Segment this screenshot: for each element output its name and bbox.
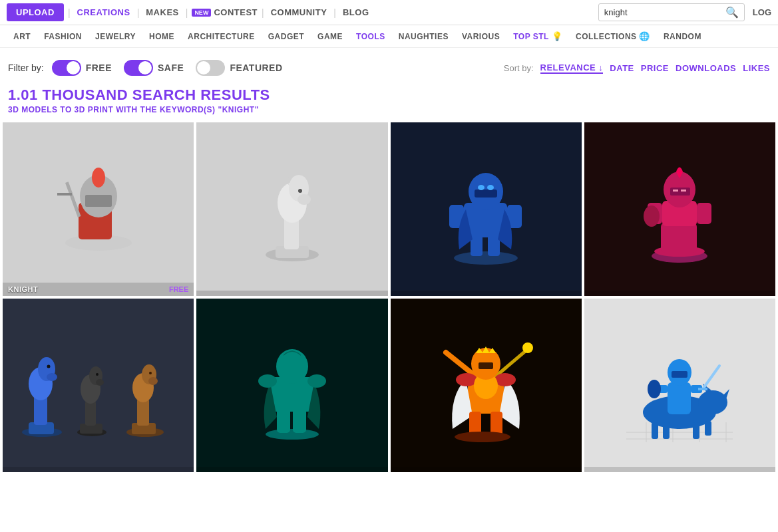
item-8-label <box>584 467 775 472</box>
item-1-name: KNIGHT <box>8 285 38 293</box>
svg-point-61 <box>258 374 277 388</box>
new-badge: NEW <box>192 9 211 17</box>
search-icon[interactable]: 🔍 <box>725 6 739 19</box>
svg-rect-85 <box>693 422 699 439</box>
svg-point-12 <box>297 194 311 205</box>
nav-makes[interactable]: MAKES <box>143 7 181 17</box>
sep4: | <box>262 7 264 18</box>
svg-rect-3 <box>85 195 112 207</box>
nav-community[interactable]: COMMUNITY <box>268 7 330 17</box>
grid-item-5[interactable] <box>3 299 194 472</box>
svg-rect-84 <box>663 422 670 439</box>
svg-point-54 <box>148 377 158 385</box>
sort-price[interactable]: PRICE <box>641 63 669 73</box>
svg-line-93 <box>703 366 719 389</box>
nav-creations[interactable]: CREATIONS <box>75 7 133 17</box>
grid-item-8[interactable] <box>584 299 775 472</box>
item-2-label <box>196 291 387 296</box>
sort-date[interactable]: DATE <box>610 63 634 73</box>
nav-contest[interactable]: CONTEST <box>214 7 258 17</box>
featured-label: FEATURED <box>230 63 282 73</box>
upload-button[interactable]: UPLOAD <box>7 3 64 21</box>
cat-top-stl[interactable]: TOP STL 💡 <box>506 31 569 41</box>
cat-tools[interactable]: TOOLS <box>349 32 392 41</box>
svg-point-62 <box>307 374 326 388</box>
svg-point-23 <box>487 185 494 190</box>
sort-likes[interactable]: LIKES <box>743 63 770 73</box>
grid-item-6[interactable] <box>196 299 387 472</box>
item-6-label <box>196 467 387 472</box>
search-input[interactable] <box>604 7 725 17</box>
grid-item-7[interactable] <box>391 299 582 472</box>
sep1: | <box>68 7 71 18</box>
cat-random[interactable]: RANDOM <box>657 32 708 41</box>
results-count: 1.01 THOUSAND SEARCH RESULTS <box>8 86 770 104</box>
sort-label: Sort by: <box>504 63 534 73</box>
item-3-thumb <box>391 122 582 296</box>
results-grid: KNIGHT FREE <box>0 122 778 472</box>
svg-point-47 <box>96 379 104 386</box>
search-box: 🔍 <box>598 3 745 21</box>
svg-rect-26 <box>661 223 697 253</box>
cat-home[interactable]: HOME <box>142 32 181 41</box>
item-7-label <box>391 467 582 472</box>
svg-point-65 <box>522 342 533 353</box>
safe-toggle[interactable] <box>124 60 153 76</box>
svg-rect-4 <box>65 182 81 217</box>
svg-rect-33 <box>673 190 678 192</box>
svg-point-22 <box>478 185 485 190</box>
sort-downloads[interactable]: DOWNLOADS <box>676 63 736 73</box>
cat-game[interactable]: GAME <box>311 32 349 41</box>
grid-item-4[interactable] <box>584 122 775 296</box>
free-toggle-thumb <box>67 61 80 74</box>
svg-point-6 <box>92 168 105 188</box>
grid-item-3[interactable] <box>391 122 582 296</box>
svg-rect-5 <box>57 193 72 196</box>
top-navigation: UPLOAD | CREATIONS | MAKES | NEW CONTEST… <box>0 0 778 25</box>
svg-rect-94 <box>698 388 707 390</box>
svg-rect-34 <box>681 190 686 192</box>
cat-various[interactable]: VARIOUS <box>455 32 506 41</box>
cat-architecture[interactable]: ARCHITECTURE <box>181 32 262 41</box>
featured-toggle-thumb <box>197 61 210 74</box>
item-7-thumb <box>391 299 582 472</box>
free-toggle[interactable] <box>52 60 81 76</box>
log-button[interactable]: LOG <box>753 7 771 17</box>
cat-art[interactable]: ART <box>7 32 37 41</box>
sep2: | <box>137 7 140 18</box>
svg-rect-83 <box>652 422 658 439</box>
svg-point-55 <box>149 372 152 374</box>
svg-rect-71 <box>479 362 493 369</box>
results-subtitle: 3D MODELS TO 3D PRINT WITH THE KEYWORD(S… <box>8 105 770 114</box>
cat-gadget[interactable]: GADGET <box>262 32 311 41</box>
grid-item-2[interactable] <box>196 122 387 296</box>
safe-toggle-group: SAFE <box>124 60 184 76</box>
free-label: FREE <box>86 63 112 73</box>
cat-jewelry[interactable]: JEWELRY <box>89 32 142 41</box>
svg-point-92 <box>648 380 661 398</box>
svg-rect-21 <box>475 190 497 198</box>
item-1-thumb <box>3 122 194 296</box>
cat-collections[interactable]: COLLECTIONS 🌐 <box>569 31 657 41</box>
svg-point-13 <box>298 189 302 193</box>
item-6-thumb <box>196 299 387 472</box>
grid-item-1[interactable]: KNIGHT FREE <box>3 122 194 296</box>
cat-fashion[interactable]: FASHION <box>37 32 89 41</box>
sep5: | <box>333 7 336 18</box>
svg-rect-86 <box>705 421 711 436</box>
svg-point-48 <box>96 373 98 376</box>
featured-toggle-group: FEATURED <box>196 60 282 76</box>
svg-point-14 <box>454 251 518 265</box>
globe-icon: 🌐 <box>639 31 650 41</box>
featured-toggle[interactable] <box>196 60 225 76</box>
nav-blog[interactable]: BLOG <box>340 7 372 17</box>
svg-point-41 <box>47 364 50 368</box>
sep3: | <box>186 7 188 18</box>
item-4-thumb <box>584 122 775 296</box>
category-navigation: ART FASHION JEWELRY HOME ARCHITECTURE GA… <box>0 25 778 48</box>
safe-label: SAFE <box>158 63 184 73</box>
sort-relevance[interactable]: RELEVANCE ↓ <box>540 63 604 74</box>
item-2-thumb <box>196 122 387 296</box>
cat-naughties[interactable]: NAUGHTIES <box>392 32 455 41</box>
svg-point-30 <box>644 205 660 227</box>
